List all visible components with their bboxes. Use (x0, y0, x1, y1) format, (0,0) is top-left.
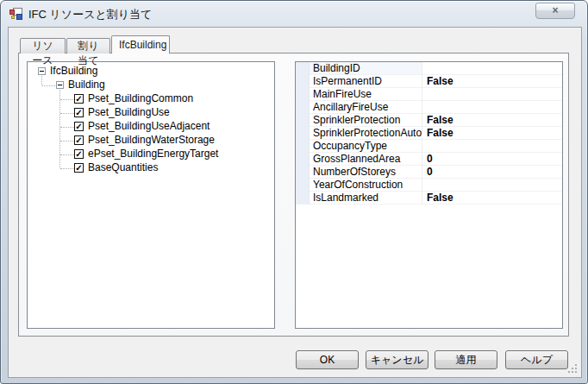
property-row-grossplannedarea[interactable]: GrossPlannedArea 0 (310, 153, 562, 166)
property-row-occupancytype[interactable]: OccupancyType (310, 140, 562, 153)
property-name: SprinklerProtection (310, 114, 422, 126)
property-name: IsPermanentID (310, 75, 422, 87)
property-value[interactable]: 0 (422, 166, 562, 178)
checkbox-checked-icon[interactable]: ✓ (74, 149, 84, 159)
property-name: OccupancyType (310, 140, 422, 152)
property-value[interactable] (422, 88, 562, 100)
tree-item-pset-buildingwaterstorage[interactable]: ✓ Pset_BuildingWaterStorage (28, 133, 274, 147)
property-row-yearofconstruction[interactable]: YearOfConstruction (310, 179, 562, 192)
tree-item-label: Pset_BuildingWaterStorage (88, 134, 215, 146)
property-row-numberofstoreys[interactable]: NumberOfStoreys 0 (310, 166, 562, 179)
app-icon-blue-square (16, 14, 22, 20)
app-icon-red-square (9, 9, 15, 15)
property-value[interactable]: 0 (422, 153, 562, 165)
title-bar[interactable]: IFC リソースと割り当て × (1, 1, 587, 27)
property-value[interactable]: False (422, 127, 562, 139)
property-value[interactable] (422, 62, 562, 74)
checkbox-checked-icon[interactable]: ✓ (74, 108, 84, 117)
app-icon (9, 7, 23, 21)
property-grid-rows: BuildingID IsPermanentID False MainFireU… (310, 62, 562, 205)
window-title: IFC リソースと割り当て (28, 7, 152, 22)
cancel-button[interactable]: キャンセル (366, 350, 428, 369)
property-name: GrossPlannedArea (310, 153, 422, 165)
dialog-window: IFC リソースと割り当て × リソース 割り当て IfcBuilding (0, 0, 588, 384)
tab-resources[interactable]: リソース (20, 38, 66, 54)
checkbox-checked-icon[interactable]: ✓ (74, 94, 84, 104)
property-row-islandmarked[interactable]: IsLandmarked False (310, 192, 562, 205)
checkbox-checked-icon[interactable]: ✓ (74, 135, 84, 145)
dialog-client-area: リソース 割り当て IfcBuilding (8, 27, 582, 378)
property-row-mainfireuse[interactable]: MainFireUse (310, 88, 562, 101)
property-name: NumberOfStoreys (310, 166, 422, 178)
property-name: MainFireUse (310, 88, 422, 100)
property-value[interactable] (422, 179, 562, 191)
tab-assignment[interactable]: 割り当て (66, 38, 110, 54)
pset-tree-panel: IfcBuilding Building ✓ Pset_BuildingComm… (27, 61, 275, 329)
property-value[interactable] (422, 101, 562, 113)
property-name: AncillaryFireUse (310, 101, 422, 113)
property-value[interactable] (422, 140, 562, 152)
property-row-buildingid[interactable]: BuildingID (310, 62, 562, 75)
tree-node-label: Building (68, 79, 105, 91)
tree-item-label: ePset_BuildingEnergyTarget (88, 148, 218, 160)
tree-item-pset-buildinguseadjacent[interactable]: ✓ Pset_BuildingUseAdjacent (28, 119, 274, 133)
apply-button[interactable]: 適用 (435, 350, 497, 369)
close-button[interactable]: × (535, 3, 575, 19)
property-row-sprinklerprotectionauto[interactable]: SprinklerProtectionAuto False (310, 127, 562, 140)
app-icon-yellow-square (11, 16, 15, 19)
property-name: YearOfConstruction (310, 179, 422, 191)
resize-grip-icon[interactable] (567, 363, 578, 374)
property-name: IsLandmarked (310, 192, 422, 204)
tree-item-basequantities[interactable]: ✓ BaseQuantities (28, 161, 274, 174)
collapse-icon[interactable] (56, 81, 64, 89)
tree-node-root[interactable]: IfcBuilding (28, 64, 274, 78)
tree-node-building[interactable]: Building (28, 78, 274, 91)
property-row-ancillaryfireuse[interactable]: AncillaryFireUse (310, 101, 562, 114)
tree-item-label: Pset_BuildingUse (88, 106, 170, 118)
tab-strip: リソース 割り当て IfcBuilding (20, 35, 171, 54)
pset-tree: IfcBuilding Building ✓ Pset_BuildingComm… (28, 62, 274, 174)
tree-item-pset-buildinguse[interactable]: ✓ Pset_BuildingUse (28, 105, 274, 119)
tree-item-pset-buildingcommon[interactable]: ✓ Pset_BuildingCommon (28, 91, 274, 105)
checkbox-checked-icon[interactable]: ✓ (74, 122, 84, 131)
ok-button[interactable]: OK (296, 350, 359, 369)
property-value[interactable]: False (422, 114, 562, 126)
property-row-sprinklerprotection[interactable]: SprinklerProtection False (310, 114, 562, 127)
property-value[interactable]: False (422, 192, 562, 204)
tree-item-label: BaseQuantities (88, 161, 158, 173)
property-value[interactable]: False (422, 75, 562, 87)
tree-item-label: Pset_BuildingUseAdjacent (88, 120, 210, 132)
tree-item-epset-buildingenergytarget[interactable]: ✓ ePset_BuildingEnergyTarget (28, 147, 274, 161)
tree-item-label: Pset_BuildingCommon (88, 92, 193, 104)
property-name: SprinklerProtectionAuto (310, 127, 422, 139)
close-icon: × (552, 4, 558, 16)
help-button[interactable]: ヘルプ (505, 350, 568, 369)
tab-page-ifcbuilding: IfcBuilding Building ✓ Pset_BuildingComm… (18, 53, 569, 337)
property-name: BuildingID (310, 62, 422, 74)
row-indicator-column (296, 62, 310, 205)
tab-ifcbuilding[interactable]: IfcBuilding (111, 35, 170, 54)
tab-control: リソース 割り当て IfcBuilding (18, 35, 569, 337)
property-row-ispermanentid[interactable]: IsPermanentID False (310, 75, 562, 88)
property-grid-panel: BuildingID IsPermanentID False MainFireU… (295, 61, 563, 329)
checkbox-checked-icon[interactable]: ✓ (74, 163, 84, 173)
